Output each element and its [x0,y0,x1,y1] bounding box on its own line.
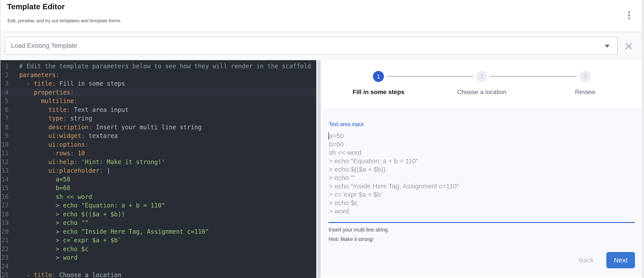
code-line[interactable]: 12 ui:help: 'Hint: Make it strong!' [0,158,316,167]
page-subtitle: Edit, preview, and try out templates and… [8,18,120,23]
editor-scrollbar[interactable] [316,60,322,278]
code-lines: 1# Edit the template parameters below to… [0,62,316,278]
wizard-buttons: Back Next [576,252,635,268]
code-line[interactable]: 9 ui:widget: textarea [0,132,316,140]
step-label: Review [533,89,637,96]
field-description: Insert your multi line string [328,227,388,233]
caret-down-icon[interactable] [605,45,610,47]
yaml-code-editor[interactable]: 1# Edit the template parameters below to… [0,60,316,278]
load-template-select[interactable]: Load Existing Template [5,37,618,55]
code-line[interactable]: 10 ui:options: [0,140,316,149]
code-line[interactable]: 11 rows: 10 [0,149,316,158]
code-line[interactable]: 19 > echo "" [0,219,316,227]
step-form-card: Text area input a=50b=60sh << word> echo… [322,108,642,275]
code-line[interactable]: 13 ui:placeholder: | [0,166,316,175]
load-template-placeholder: Load Existing Template [11,42,77,49]
code-line[interactable]: 18 > echo $(($a + $b)) [0,210,316,219]
template-preview-pane: 1Fill in some steps2Choose a location3Re… [322,60,642,278]
code-line[interactable]: 17 > echo "Equation: a + b = 110" [0,201,316,210]
code-line[interactable]: 8 description: Insert your multi line st… [0,123,316,132]
stepper-step[interactable]: 2Choose a location [430,60,534,108]
page-title: Template Editor [7,2,65,11]
code-line[interactable]: 2parameters: [0,71,316,79]
code-line[interactable]: 1# Edit the template parameters below to… [0,62,316,71]
template-toolbar: Load Existing Template [0,32,642,60]
stepper-step[interactable]: 3Review [533,60,637,108]
step-label: Fill in some steps [327,89,430,96]
next-button[interactable]: Next [606,252,635,268]
step-number-badge: 3 [580,71,591,82]
back-button[interactable]: Back [576,257,596,264]
code-line[interactable]: 3 - title: Fill in some steps [0,79,316,88]
template-editor-window: Template Editor Edit, preview, and try o… [0,0,642,278]
wizard-stepper: 1Fill in some steps2Choose a location3Re… [322,60,642,108]
step-number-badge: 2 [476,71,487,82]
step-label: Choose a location [430,89,534,96]
code-line[interactable]: 7 type: string [0,114,316,123]
code-line[interactable]: 16 sh << word [0,193,316,201]
textarea-field-label: Text area input [329,121,364,127]
page-header: Template Editor Edit, preview, and try o… [0,0,642,32]
multiline-textarea[interactable]: a=50b=60sh << word> echo "Equation: a + … [329,132,635,216]
code-line[interactable]: 24 [0,262,316,271]
stepper-connector [490,76,577,77]
field-hint: Hint: Make it strong! [328,236,374,242]
editor-scrollbar-thumb[interactable] [317,60,321,278]
code-line[interactable]: 25 - title: Choose a location [0,271,316,278]
kebab-menu-icon[interactable] [626,10,632,22]
code-line[interactable]: 22 > echo $c [0,245,316,254]
code-line[interactable]: 15 b=60 [0,184,316,193]
stepper-step[interactable]: 1Fill in some steps [327,60,430,108]
code-line[interactable]: 23 > word [0,253,316,262]
close-icon[interactable] [624,41,634,51]
step-number-badge: 1 [373,71,384,82]
code-line[interactable]: 4 properties: [0,88,316,97]
code-line[interactable]: 6 title: Text area input [0,105,316,114]
code-line[interactable]: 14 a=50 [0,175,316,184]
stepper-connector [387,76,474,77]
code-line[interactable]: 5 multiline: [0,97,316,105]
focus-underline [328,222,635,223]
code-line[interactable]: 20 > echo "Inside Here Tag, Assignment c… [0,227,316,236]
code-line[interactable]: 21 > c=`expr $a + $b` [0,236,316,245]
